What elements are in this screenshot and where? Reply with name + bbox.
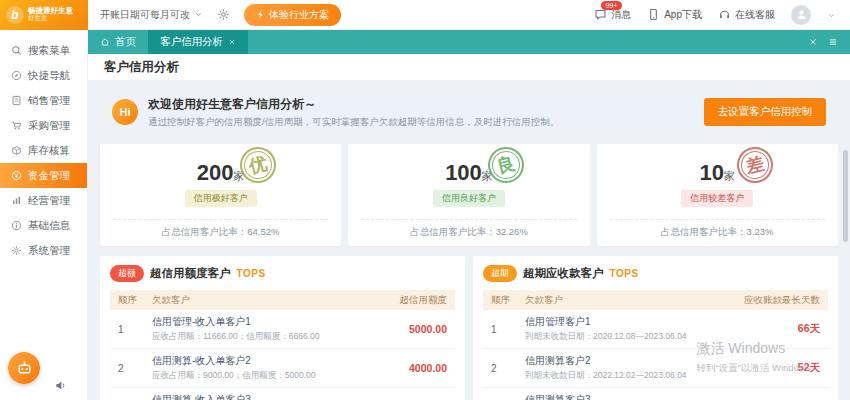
tops-label: TOPS (610, 268, 639, 279)
gear-icon (217, 8, 230, 21)
app-download-label: App下载 (664, 8, 702, 22)
card-badge: 信用极好客户 (185, 190, 257, 207)
robot-icon (16, 360, 33, 377)
table-row[interactable]: 2 信用测算-收入单客户2 应收占用额：9000.00；信用额度：5000.00… (110, 349, 455, 388)
profile-menu-toggle[interactable] (827, 6, 836, 24)
overdue-badge: 超期 (483, 265, 517, 282)
sidebar-item-basic-info[interactable]: 基础信息 (0, 213, 87, 238)
industry-solution-button[interactable]: 体验行业方案 (244, 4, 341, 26)
card-badge: 信用较差客户 (681, 190, 753, 207)
overdue-days-value: 52天 (728, 361, 820, 375)
tab-label: 客户信用分析 (160, 35, 223, 49)
table-row[interactable]: 3 信用测算-收入单客户3 应收占用额：6000.00；信用额度：3000.00… (110, 388, 455, 400)
tops-label: TOPS (237, 268, 266, 279)
avatar[interactable] (791, 5, 811, 25)
user-icon (795, 8, 808, 21)
card-ratio: 占总信用客户比率：3.23% (610, 219, 825, 246)
card-unit: 家 (724, 170, 735, 182)
column-header: 应收账款最长天数 (728, 294, 820, 307)
tab-menu-icon[interactable] (828, 37, 838, 47)
tab-home[interactable]: 首页 (88, 30, 148, 54)
table-row[interactable]: 1 信用管理-收入单客户1 应收占用额：11666.00；信用额度：6666.0… (110, 310, 455, 349)
sidebar-item-sales[interactable]: 销售管理 (0, 88, 87, 113)
messages-button[interactable]: 消息 99+ (594, 8, 631, 22)
column-header: 欠款客户 (525, 294, 728, 307)
sidebar-item-label: 基础信息 (28, 219, 70, 233)
customer-name[interactable]: 信用测算-收入单客户2 (152, 354, 355, 368)
sidebar-item-label: 库存核算 (28, 144, 70, 158)
sidebar-item-search[interactable]: 搜索菜单 (0, 38, 87, 63)
customer-detail: 到期未收款日期：2022.12.02—2023.06.04 (525, 370, 728, 382)
customer-name[interactable]: 信用管理-收入单客户1 (152, 315, 355, 329)
row-index: 1 (491, 324, 525, 335)
tab-customer-credit-analysis[interactable]: 客户信用分析 (148, 30, 248, 54)
sidebar-item-label: 经营管理 (28, 194, 70, 208)
hi-avatar-icon: Hi (112, 99, 138, 125)
table-row[interactable]: 2 信用测算客户2 到期未收款日期：2022.12.02—2023.06.04 … (483, 349, 828, 388)
main-content: Hi 欢迎使用好生意客户信用分析～ 通过控制好客户的信用额度/信用周期，可实时掌… (88, 81, 850, 400)
card-good-credit: 良 100家 信用良好客户 占总信用客户比率：32.26% (348, 144, 589, 246)
chart-icon (11, 195, 22, 206)
over-limit-badge: 超额 (110, 265, 144, 282)
compass-icon (11, 70, 22, 81)
box-icon (11, 145, 22, 156)
row-index: 2 (491, 363, 525, 374)
customer-name[interactable]: 信用测算-收入单客户3 (152, 393, 355, 400)
table-row[interactable]: 1 信用管理客户1 到期未收款日期：2020.12.08—2023.06.04 … (483, 310, 828, 349)
sidebar-item-purchase[interactable]: 采购管理 (0, 113, 87, 138)
column-header: 顺序 (491, 294, 525, 307)
online-support-label: 在线客服 (735, 8, 775, 22)
banner-subtitle: 通过控制好客户的信用额度/信用周期，可实时掌握客户欠款超期等信用信息，及时进行信… (148, 116, 559, 129)
card-excellent-credit: 优 200家 信用极好客户 占总信用客户比率：64.52% (100, 144, 341, 246)
topbar-right: 消息 99+ App下载 在线客服 (594, 5, 850, 25)
sidebar-item-quick-nav[interactable]: 快捷导航 (0, 63, 87, 88)
close-all-tabs-icon[interactable] (808, 37, 818, 47)
column-header: 欠款客户 (152, 294, 355, 307)
sidebar-item-inventory[interactable]: 库存核算 (0, 138, 87, 163)
over-limit-value: 5000.00 (355, 323, 447, 335)
banner-title: 欢迎使用好生意客户信用分析～ (148, 96, 559, 113)
home-icon (100, 37, 110, 47)
online-support-button[interactable]: 在线客服 (718, 8, 775, 22)
phone-icon (647, 8, 660, 21)
page-header: 客户信用分析 (88, 54, 850, 81)
brand-logo[interactable]: b 畅捷通好生意 好生意 (0, 0, 88, 30)
sidebar-item-label: 采购管理 (28, 119, 70, 133)
sidebar-item-label: 系统管理 (28, 244, 70, 258)
customer-name[interactable]: 信用测算客户2 (525, 354, 728, 368)
close-icon[interactable] (228, 38, 236, 46)
panel-title: 超信用额度客户 (150, 266, 231, 281)
tab-bar: 首页 客户信用分析 (88, 30, 850, 54)
messages-count-badge: 99+ (601, 1, 622, 11)
sidebar-item-funds[interactable]: 资金管理 (0, 163, 87, 188)
customer-name[interactable]: 信用测算客户3 (525, 393, 728, 400)
customer-detail: 到期未收款日期：2020.12.08—2023.06.04 (525, 331, 728, 343)
sidebar-item-system[interactable]: 系统管理 (0, 238, 87, 263)
settings-gear-button[interactable] (217, 8, 230, 21)
vertical-scrollbar[interactable] (843, 150, 848, 242)
sound-button[interactable] (54, 378, 67, 396)
sidebar-item-operations[interactable]: 经营管理 (0, 188, 87, 213)
lightning-icon (256, 10, 265, 19)
search-icon (11, 45, 22, 56)
row-index: 1 (118, 324, 152, 335)
panel-title: 超期应收款客户 (523, 266, 604, 281)
card-badge: 信用良好客户 (433, 190, 505, 207)
column-header: 顺序 (118, 294, 152, 307)
assistant-fab[interactable] (8, 352, 40, 384)
app-download-button[interactable]: App下载 (647, 8, 702, 22)
grade-seal-poor: 差 (733, 143, 777, 187)
chevron-down-icon (194, 10, 203, 19)
card-count: 100 (445, 160, 482, 185)
account-set-selector[interactable]: 开账日期可每月可改 (100, 8, 203, 22)
card-count: 10 (700, 160, 724, 185)
account-set-label: 开账日期可每月可改 (100, 8, 190, 22)
card-count: 200 (197, 160, 234, 185)
table-row[interactable]: 3 信用测算客户3 到期未收款日期：2020.12.08—2023.06.04 … (483, 388, 828, 400)
setup-credit-control-button[interactable]: 去设置客户信用控制 (704, 98, 827, 126)
speaker-icon (54, 379, 67, 392)
tab-label: 首页 (115, 35, 136, 49)
tops-panels: 超额 超信用额度客户 TOPS 顺序 欠款客户 超信用额度 1 信用管理-收入单… (100, 256, 838, 400)
overdue-days-value: 66天 (728, 322, 820, 336)
customer-name[interactable]: 信用管理客户1 (525, 315, 728, 329)
